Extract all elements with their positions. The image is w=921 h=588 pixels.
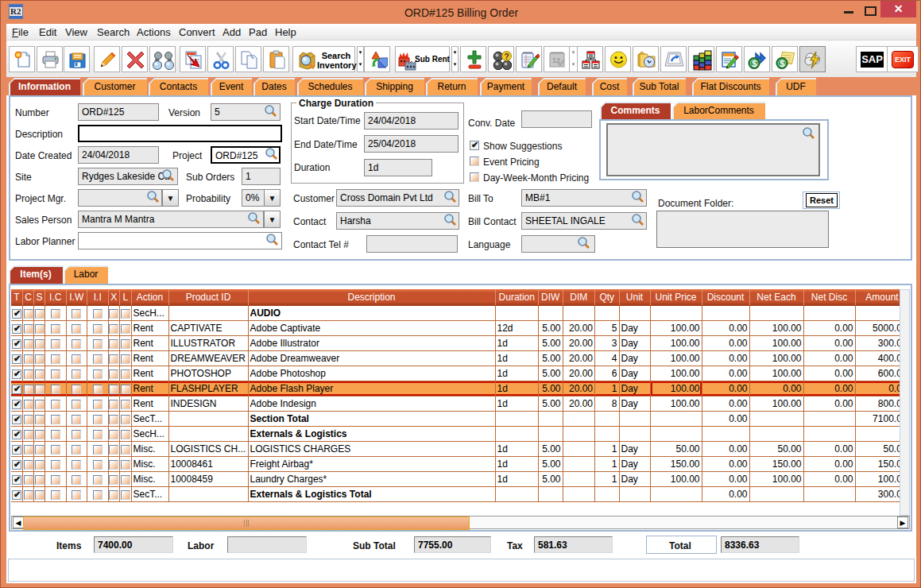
svg-text:$: $ [752, 59, 757, 68]
svg-text:$: $ [780, 59, 784, 68]
svg-text:?: ? [505, 52, 509, 61]
